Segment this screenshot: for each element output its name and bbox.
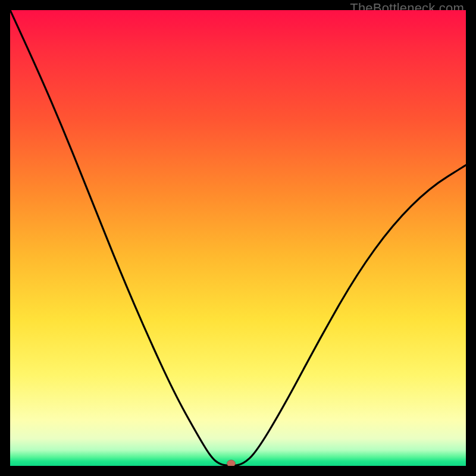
curve-layer [10, 10, 466, 466]
optimum-marker [227, 460, 236, 466]
plot-area [10, 10, 466, 466]
bottleneck-curve [10, 10, 466, 465]
